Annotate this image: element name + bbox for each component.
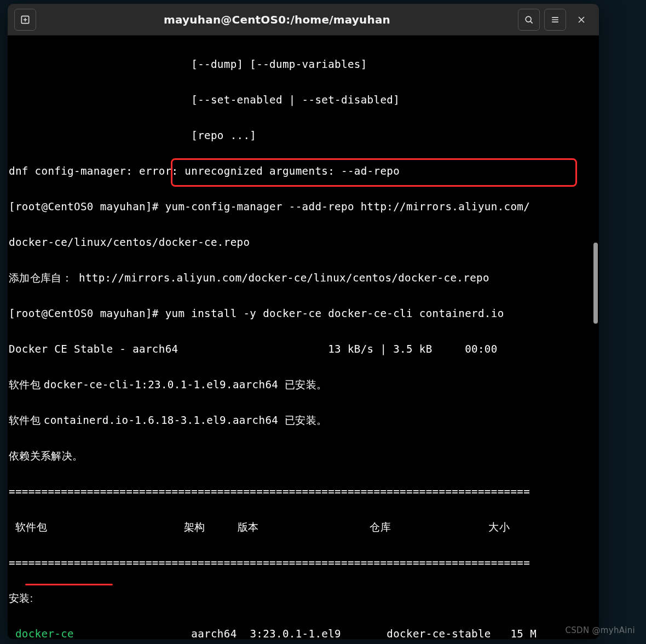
output-line: 依赖关系解决。: [9, 447, 598, 465]
package-name: docker-ce: [9, 628, 74, 640]
output-line: 添加仓库自： http://mirrors.aliyun.com/docker-…: [9, 269, 598, 288]
output-line: [--set-enabled | --set-disabled]: [9, 91, 598, 110]
window-title: mayuhan@CentOS0:/home/mayuhan: [38, 13, 516, 26]
new-tab-button[interactable]: [14, 9, 36, 31]
terminal-window: mayuhan@CentOS0:/home/mayuhan [--dump] […: [8, 4, 599, 639]
hamburger-menu-icon[interactable]: [544, 9, 566, 31]
output-line: 软件包 containerd.io-1.6.18-3.1.el9.aarch64…: [9, 412, 598, 430]
output-line: [repo ...]: [9, 127, 598, 145]
output-line: docker-ce/linux/centos/docker-ce.repo: [9, 234, 598, 252]
output-line: Docker CE Stable - aarch64 13 kB/s | 3.5…: [9, 341, 598, 359]
titlebar: mayuhan@CentOS0:/home/mayuhan: [8, 4, 599, 36]
table-header: 软件包 架构 版本 仓库 大小: [9, 519, 598, 537]
svg-point-3: [526, 16, 531, 22]
table-row: docker-ce aarch64 3:23.0.1-1.el9 docker-…: [9, 625, 598, 640]
close-icon[interactable]: [570, 9, 592, 31]
prompt-line: [root@CentOS0 mayuhan]# yum-config-manag…: [9, 198, 598, 216]
scrollbar[interactable]: [591, 36, 599, 639]
separator-line: ========================================…: [9, 554, 598, 572]
watermark: CSDN @myhAini: [565, 625, 635, 635]
search-icon[interactable]: [518, 9, 540, 31]
output-line: 软件包 docker-ce-cli-1:23.0.1-1.el9.aarch64…: [9, 376, 598, 394]
scrollbar-thumb[interactable]: [593, 243, 598, 324]
annotation-underline: [25, 584, 113, 585]
section-install: 安装:: [9, 590, 598, 608]
terminal-body[interactable]: [--dump] [--dump-variables] [--set-enabl…: [8, 36, 599, 639]
output-line: [--dump] [--dump-variables]: [9, 56, 598, 74]
output-line: dnf config-manager: error: unrecognized …: [9, 163, 598, 181]
svg-line-4: [530, 21, 533, 23]
prompt-line: [root@CentOS0 mayuhan]# yum install -y d…: [9, 305, 598, 323]
separator-line: ========================================…: [9, 483, 598, 501]
